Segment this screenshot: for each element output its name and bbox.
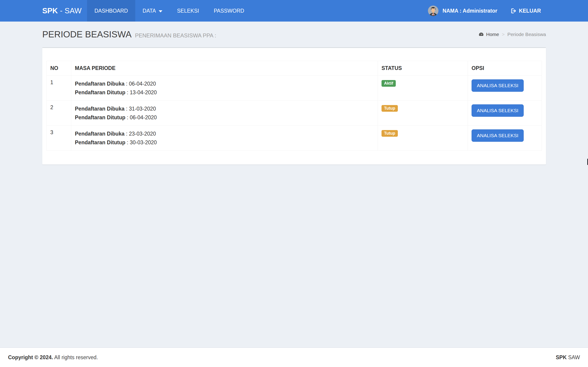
user-name-label[interactable]: NAMA : Administrator [443, 8, 498, 14]
nav-item-data[interactable]: DATA [135, 0, 170, 22]
analisa-seleksi-button[interactable]: ANALISA SELEKSI [472, 129, 524, 142]
period-close: Pendaftaran Ditutup : 13-04-2020 [75, 88, 374, 97]
periode-card: NO MASA PERIODE STATUS OPSI 1 Pendaftara… [42, 47, 546, 165]
row-period: Pendaftaran Dibuka : 06-04-2020 Pendafta… [71, 76, 378, 101]
footer-brand: SPK SAW [556, 354, 580, 361]
logout-link[interactable]: KELUAR [510, 8, 541, 14]
navbar-user-area: NAMA : Administrator KELUAR [428, 0, 541, 22]
page-title: PERIODE BEASISWA [42, 29, 132, 40]
period-open: Pendaftaran Dibuka : 23-03-2020 [75, 129, 374, 138]
row-action: ANALISA SELEKSI [468, 76, 542, 101]
row-status: Tutup [378, 126, 468, 151]
status-badge: Aktif [381, 80, 396, 87]
main-nav: DASHBOARD DATA SELEKSI PASSWORD [87, 0, 251, 22]
sign-out-icon [510, 8, 516, 14]
row-number: 2 [47, 101, 71, 126]
footer-copyright: Copyright © 2024. All rights reserved. [8, 354, 98, 361]
breadcrumb-current: Periode Beasiswa [507, 32, 546, 37]
periode-table: NO MASA PERIODE STATUS OPSI 1 Pendaftara… [46, 61, 542, 151]
table-row: 2 Pendaftaran Dibuka : 31-03-2020 Pendaf… [47, 101, 542, 126]
nav-item-dashboard[interactable]: DASHBOARD [87, 0, 135, 22]
analisa-seleksi-button[interactable]: ANALISA SELEKSI [472, 79, 524, 92]
table-row: 1 Pendaftaran Dibuka : 06-04-2020 Pendaf… [47, 76, 542, 101]
content-area: PERIODE BEASISWA PENERIMAAN BEASISWA PPA… [0, 22, 588, 348]
row-number: 1 [47, 76, 71, 101]
col-header-masa: MASA PERIODE [71, 61, 378, 76]
breadcrumb: Home > Periode Beasiswa [478, 32, 546, 37]
content-header: PERIODE BEASISWA PENERIMAAN BEASISWA PPA… [0, 22, 588, 47]
caret-down-icon [159, 10, 162, 12]
table-row: 3 Pendaftaran Dibuka : 23-03-2020 Pendaf… [47, 126, 542, 151]
status-badge: Tutup [381, 105, 398, 112]
col-header-no: NO [47, 61, 71, 76]
table-header-row: NO MASA PERIODE STATUS OPSI [47, 61, 542, 76]
brand-bold: SPK [42, 6, 58, 15]
period-open: Pendaftaran Dibuka : 31-03-2020 [75, 104, 374, 113]
page-title-wrap: PERIODE BEASISWA PENERIMAAN BEASISWA PPA… [42, 29, 216, 40]
row-status: Tutup [378, 101, 468, 126]
row-period: Pendaftaran Dibuka : 31-03-2020 Pendafta… [71, 101, 378, 126]
page-footer: Copyright © 2024. All rights reserved. S… [0, 348, 588, 367]
nav-item-password[interactable]: PASSWORD [207, 0, 251, 22]
period-open: Pendaftaran Dibuka : 06-04-2020 [75, 79, 374, 88]
row-number: 3 [47, 126, 71, 151]
row-action: ANALISA SELEKSI [468, 126, 542, 151]
breadcrumb-separator: > [502, 32, 505, 37]
user-avatar[interactable] [428, 6, 439, 16]
breadcrumb-home-link[interactable]: Home [478, 32, 499, 37]
top-navbar: SPK - SAW DASHBOARD DATA SELEKSI PASSWOR… [0, 0, 588, 22]
col-header-status: STATUS [378, 61, 468, 76]
nav-item-seleksi[interactable]: SELEKSI [170, 0, 207, 22]
dashboard-gauge-icon [478, 32, 484, 37]
brand-link[interactable]: SPK - SAW [42, 0, 82, 22]
row-period: Pendaftaran Dibuka : 23-03-2020 Pendafta… [71, 126, 378, 151]
brand-rest: - SAW [58, 6, 82, 15]
period-close: Pendaftaran Ditutup : 06-04-2020 [75, 113, 374, 122]
period-close: Pendaftaran Ditutup : 30-03-2020 [75, 138, 374, 147]
col-header-opsi: OPSI [468, 61, 542, 76]
status-badge: Tutup [381, 130, 398, 137]
avatar-image [428, 6, 439, 16]
analisa-seleksi-button[interactable]: ANALISA SELEKSI [472, 104, 524, 117]
row-status: Aktif [378, 76, 468, 101]
page-subtitle: PENERIMAAN BEASISWA PPA : [135, 32, 216, 39]
row-action: ANALISA SELEKSI [468, 101, 542, 126]
